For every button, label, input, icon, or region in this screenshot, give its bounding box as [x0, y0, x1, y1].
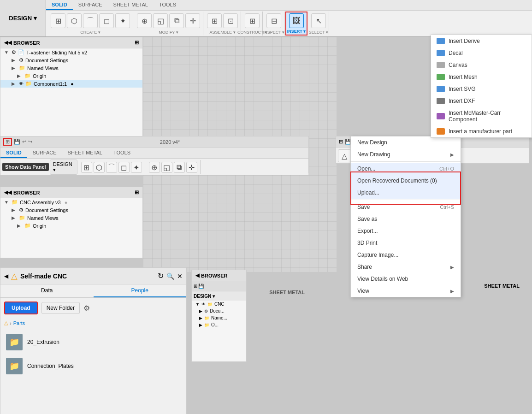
ctx-view[interactable]: View ▶ — [351, 285, 461, 297]
ctx-capture[interactable]: Capture Image... — [351, 249, 461, 261]
assemble-btn-1[interactable]: ⊞ — [207, 13, 222, 28]
mod-btn-3[interactable]: ⧉ — [169, 13, 184, 28]
cnc-search-icon[interactable]: 🔍 — [166, 272, 174, 280]
construct-btn-1[interactable]: ⊞ — [245, 13, 260, 28]
mod-btn-2[interactable]: ◱ — [153, 13, 168, 28]
ctx-new-drawing[interactable]: New Drawing ▶ — [351, 148, 461, 160]
create-btn-4[interactable]: ◻ — [99, 13, 114, 28]
cnc-tab-data[interactable]: Data — [0, 284, 94, 297]
tab-sheet-metal[interactable]: SHEET METAL — [108, 0, 154, 10]
mini-design-label[interactable]: DESIGN ▾ — [194, 294, 215, 299]
file-item-1[interactable]: 📁 20_Extrusion — [0, 330, 186, 354]
insert-manufacturer-item[interactable]: Insert a manufacturer part — [431, 125, 532, 137]
insert-mcmaster-label: Insert McMaster-Carr Component — [449, 110, 526, 123]
browser-component-1[interactable]: ▶ 👁 📁 Component1:1 ● — [0, 80, 142, 88]
root-doc-4: CNC — [214, 302, 225, 307]
ctx-open-recovered[interactable]: Open Recovered Documents (0) — [351, 175, 461, 187]
mid-tab-tools[interactable]: TOOLS — [108, 148, 136, 158]
browser-name-4[interactable]: ▶ 📁 Name... — [192, 314, 246, 321]
mid-create-1[interactable]: ⊞ — [81, 162, 92, 173]
right-grid-icon[interactable]: ⊞ — [339, 139, 343, 145]
breadcrumb-parts[interactable]: Parts — [13, 320, 25, 326]
tab-solid[interactable]: SOLID — [46, 0, 73, 10]
mod-btn-4[interactable]: ✛ — [185, 13, 200, 28]
mid-design-btn[interactable]: DESIGN ▾ — [50, 160, 77, 175]
design-button[interactable]: DESIGN ▾ — [0, 0, 46, 36]
mid-mod-1[interactable]: ⊕ — [149, 162, 160, 173]
tab-tools[interactable]: TOOLS — [154, 0, 182, 10]
mid-create-3[interactable]: ⌒ — [106, 162, 117, 173]
mid-tab-surface[interactable]: SURFACE — [27, 148, 62, 158]
mini-save-icon[interactable]: 💾 — [198, 284, 204, 289]
ctx-3dprint[interactable]: 3D Print — [351, 237, 461, 249]
new-folder-button[interactable]: New Folder — [41, 302, 80, 314]
insert-derive-item[interactable]: Insert Derive — [431, 35, 532, 47]
mod-btn-1[interactable]: ⊕ — [137, 13, 152, 28]
mid-mod-3[interactable]: ⧉ — [174, 162, 185, 173]
cnc-refresh-icon[interactable]: ↻ — [158, 272, 164, 280]
insert-mesh-item[interactable]: Insert Mesh — [431, 71, 532, 83]
create-btn-5[interactable]: ✦ — [115, 13, 130, 28]
cnc-back-icon[interactable]: ◀ — [4, 273, 8, 279]
collapse-icon-1[interactable]: ◀◀ — [4, 40, 12, 46]
ctx-export[interactable]: Export... — [351, 225, 461, 237]
insert-decal-item[interactable]: Decal — [431, 47, 532, 59]
ctx-new-design[interactable]: New Design — [351, 136, 461, 148]
mid-create-5[interactable]: ✦ — [131, 162, 142, 173]
ctx-share[interactable]: Share ▶ — [351, 261, 461, 273]
collapse-icon-2[interactable]: ◀◀ — [4, 189, 12, 195]
select-btn-1[interactable]: ↖ — [311, 13, 326, 28]
cnc-close-icon[interactable]: ✕ — [177, 272, 183, 280]
cnc-tab-people[interactable]: People — [94, 284, 187, 297]
create-btn-3[interactable]: ⌒ — [83, 13, 98, 28]
create-btn-2[interactable]: ⬡ — [67, 13, 82, 28]
inspect-btn-1[interactable]: ⊟ — [266, 13, 281, 28]
redo-icon-mid[interactable]: ↪ — [28, 139, 32, 145]
browser-origin-1[interactable]: ▶ 📁 Origin — [0, 72, 142, 80]
insert-svg-item[interactable]: Insert SVG — [431, 83, 532, 95]
browser-panel-2: ◀◀ BROWSER ⊞ ▼ 📁 CNC Assembly v3 ● ▶ ⚙ D… — [0, 187, 143, 258]
mini-grid-icon[interactable]: ⊞ — [194, 284, 197, 289]
browser-o-4[interactable]: ▶ 📁 O... — [192, 321, 246, 328]
collapse-icon-4[interactable]: ◀ — [195, 272, 199, 278]
mid-mod-4[interactable]: ✛ — [186, 162, 197, 173]
show-data-panel-btn[interactable]: Show Data Panel — [2, 163, 49, 171]
browser-doc-settings-2[interactable]: ▶ ⚙ Document Settings — [0, 206, 142, 214]
tab-surface[interactable]: SURFACE — [73, 0, 108, 10]
ctx-view-details[interactable]: View Details on Web — [351, 273, 461, 285]
ctx-save[interactable]: Save Ctrl+S — [351, 201, 461, 213]
insert-canvas-item[interactable]: Canvas — [431, 59, 532, 71]
insert-dxf-item[interactable]: Insert DXF — [431, 95, 532, 107]
browser-doc-settings-1[interactable]: ▶ ⚙ Document Settings — [0, 56, 142, 64]
assemble-btn-2[interactable]: ⊡ — [223, 13, 238, 28]
browser-named-views-1[interactable]: ▶ 📁 Named Views — [0, 64, 142, 72]
browser-root-2[interactable]: ▼ 📁 CNC Assembly v3 ● — [0, 198, 142, 206]
browser-pin-2[interactable]: ⊞ — [135, 189, 139, 195]
undo-icon-mid[interactable]: ↩ — [22, 139, 26, 145]
ctx-upload[interactable]: Upload... — [351, 187, 461, 199]
browser-origin-2[interactable]: ▶ 📁 Origin — [0, 222, 142, 230]
mid-tab-solid[interactable]: SOLID — [0, 148, 27, 158]
browser-pin-1[interactable]: ⊞ — [135, 40, 139, 46]
mid-create-2[interactable]: ⬡ — [94, 162, 105, 173]
ctx-save-as[interactable]: Save as — [351, 213, 461, 225]
file-item-2[interactable]: 📁 Connection_Plates — [0, 354, 186, 378]
settings-icon-button[interactable]: ⚙ — [83, 304, 90, 313]
insert-mcmaster-item[interactable]: Insert McMaster-Carr Component — [431, 107, 532, 125]
create-btn-1[interactable]: ⊞ — [51, 13, 65, 28]
save-icon-mid[interactable]: 💾 — [14, 139, 20, 145]
right-tb-1[interactable]: △ — [338, 149, 351, 162]
browser-docu-4[interactable]: ▶ ⚙ Docu... — [192, 308, 246, 314]
modify-label: MODIFY ▾ — [159, 30, 178, 35]
browser-root-1[interactable]: ▼ ⚙ 📄 T-vastener Sliding Nut 5 v2 — [0, 48, 142, 56]
ctx-export-label: Export... — [357, 228, 378, 234]
mid-create-4[interactable]: ◻ — [118, 162, 130, 173]
grid-icon[interactable]: ⊞ — [3, 138, 12, 146]
mid-mod-2[interactable]: ◱ — [161, 162, 172, 173]
browser-root-4[interactable]: ▼ 👁 📁 CNC — [192, 301, 246, 308]
ctx-open[interactable]: Open... Ctrl+O — [351, 163, 461, 175]
browser-named-views-2[interactable]: ▶ 📁 Named Views — [0, 214, 142, 222]
insert-btn-image[interactable]: 🖼 — [289, 13, 304, 28]
upload-button[interactable]: Upload — [4, 302, 38, 314]
mid-tab-sheet-metal[interactable]: SHEET METAL — [62, 148, 108, 158]
